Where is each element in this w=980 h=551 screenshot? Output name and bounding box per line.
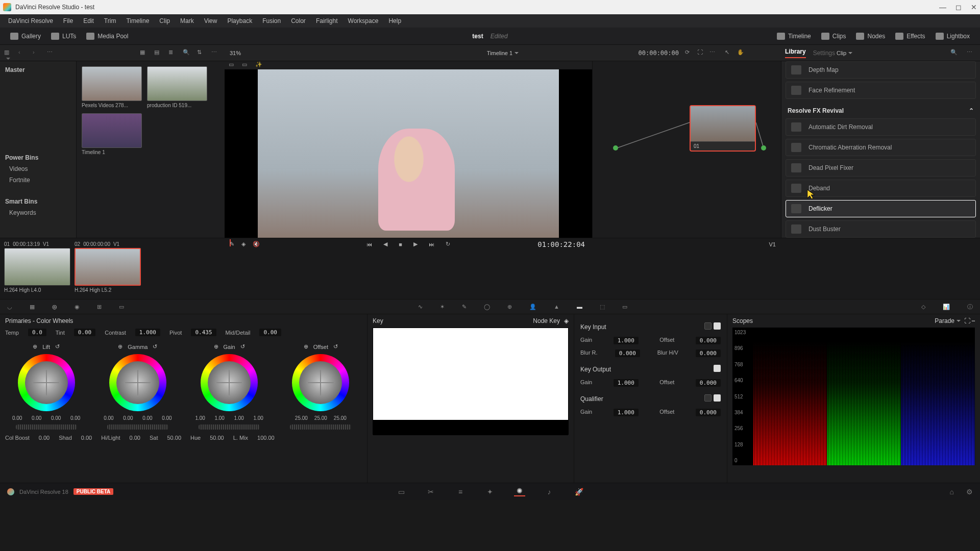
scopes-btn-icon[interactable]: 📊	[943, 304, 950, 310]
search-icon[interactable]: 🔍	[183, 49, 192, 57]
wheel-value[interactable]: 0.00	[119, 415, 137, 421]
window-icon[interactable]: ◯	[484, 304, 490, 310]
pointer-icon[interactable]: ↖	[725, 49, 734, 57]
corrector-node[interactable]: 01	[690, 105, 756, 152]
color-wheel-gain[interactable]	[201, 354, 258, 411]
menu-fairlight[interactable]: Fairlight	[311, 17, 343, 24]
wheel-value[interactable]: 0.00	[9, 415, 26, 421]
wheel-slider[interactable]	[290, 424, 351, 430]
keyin-blurr[interactable]: 0.000	[615, 349, 640, 357]
param-sat[interactable]: 50.00	[167, 435, 181, 441]
home-icon[interactable]: ⌂	[950, 488, 954, 496]
menu-resolve[interactable]: DaVinci Resolve	[3, 17, 58, 24]
menu-view[interactable]: View	[199, 17, 223, 24]
viewer-frame[interactable]	[225, 69, 592, 238]
pen-icon[interactable]: ✎	[230, 241, 234, 247]
zoom-level[interactable]: 31%	[230, 50, 241, 56]
render-cache-icon[interactable]: ⟳	[685, 49, 694, 57]
node-output-dot[interactable]	[761, 145, 766, 151]
loop-icon[interactable]: ↻	[446, 241, 450, 247]
wheel-reset-icon[interactable]: ↺	[153, 343, 157, 350]
sort-icon[interactable]: ⇅	[197, 49, 206, 57]
fx-group-revival[interactable]: Resolve FX Revival⌃	[786, 102, 976, 118]
menu-mark[interactable]: Mark	[175, 17, 199, 24]
menu-playback[interactable]: Playback	[222, 17, 257, 24]
qual-gain[interactable]: 1.000	[614, 409, 639, 416]
mute-icon[interactable]: 🔇	[253, 241, 260, 247]
luts-button[interactable]: LUTs	[46, 31, 81, 42]
fx-dustbuster[interactable]: Dust Buster	[786, 220, 976, 238]
menu-fusion[interactable]: Fusion	[257, 17, 286, 24]
tint-value[interactable]: 0.00	[74, 329, 96, 336]
fx-deflicker[interactable]: Deflicker	[786, 200, 976, 217]
key-preview[interactable]	[373, 328, 569, 435]
stop-icon[interactable]: ■	[399, 241, 402, 247]
more-icon[interactable]: ⋯	[47, 49, 56, 57]
keyframe-nav-icon[interactable]: ◈	[564, 317, 569, 324]
settings-gear-icon[interactable]: ⚙	[966, 488, 973, 496]
page-edit-icon[interactable]: ≡	[455, 487, 466, 496]
nodes-button[interactable]: Nodes	[851, 31, 890, 42]
color-wheel-lift[interactable]	[18, 354, 75, 411]
prev-frame-icon[interactable]: ◀	[383, 241, 387, 247]
settings-tab[interactable]: Settings	[813, 49, 835, 57]
colorwarp-icon[interactable]: ▦	[30, 304, 35, 310]
primaries-icon[interactable]: ◎	[52, 304, 57, 310]
keyin-offset[interactable]: 0.000	[696, 337, 721, 344]
go-end-icon[interactable]: ⏭	[429, 241, 434, 247]
smartbin-keywords[interactable]: Keywords	[0, 207, 76, 218]
qual-toggle1[interactable]	[704, 394, 712, 402]
library-search-icon[interactable]: 🔍	[950, 49, 960, 57]
wheel-picker-icon[interactable]: ⊕	[118, 343, 122, 350]
hdr-icon[interactable]: ◉	[75, 304, 80, 310]
curve-icon[interactable]: ∿	[418, 304, 423, 310]
scopes-mode[interactable]: Parade	[935, 317, 954, 324]
info-icon[interactable]: ⓘ	[967, 303, 973, 311]
wheel-value[interactable]: 1.00	[211, 415, 228, 421]
scopes-view[interactable]: 10238967686405123842561280	[732, 328, 975, 465]
wheel-value[interactable]: 1.00	[230, 415, 248, 421]
timeline-button[interactable]: Timeline	[772, 31, 816, 42]
clip-thumb[interactable]: Pexels Videos 278...	[82, 66, 142, 108]
tl-clip[interactable]: 0200:00:00:00V1 H.264 High L5.2	[75, 241, 141, 293]
nodekey-label[interactable]: Node Key	[533, 317, 560, 324]
page-fusion-icon[interactable]: ✦	[484, 487, 496, 496]
wheel-value[interactable]: 0.00	[158, 415, 176, 421]
scopes-more-icon[interactable]: ⋯	[972, 317, 975, 324]
keyin-gain[interactable]: 1.000	[614, 337, 639, 344]
wheel-value[interactable]: 1.00	[191, 415, 209, 421]
blur-icon[interactable]: ▲	[554, 304, 559, 310]
clip-dropdown[interactable]: Clip	[837, 50, 852, 56]
keyout-offset[interactable]: 0.000	[696, 379, 721, 387]
warp-icon[interactable]: ✶	[440, 304, 445, 310]
view-list-icon[interactable]: ≣	[168, 49, 178, 57]
menu-edit[interactable]: Edit	[78, 17, 99, 24]
viewer-mode1-icon[interactable]: ▭	[229, 61, 238, 69]
fx-deadpixel[interactable]: Dead Pixel Fixer	[786, 159, 976, 177]
page-media-icon[interactable]: ▭	[396, 487, 407, 496]
minimize-icon[interactable]: —	[939, 3, 946, 11]
hand-icon[interactable]: ✋	[737, 49, 746, 57]
play-icon[interactable]: ▶	[413, 241, 418, 247]
magicmask-icon[interactable]: 👤	[529, 304, 536, 310]
master-bin[interactable]: Master	[0, 64, 76, 76]
pivot-value[interactable]: 0.435	[191, 329, 216, 336]
curves-icon[interactable]: ◡	[7, 304, 12, 310]
close-icon[interactable]: ✕	[971, 3, 977, 11]
wheel-value[interactable]: 25.00	[292, 415, 310, 421]
timeline-name-dropdown[interactable]: Timeline 1	[487, 50, 519, 56]
keyinput-toggle2[interactable]	[714, 322, 721, 330]
param-hilight[interactable]: 0.00	[130, 435, 140, 441]
page-color-icon[interactable]: ✺	[514, 487, 525, 496]
qual-toggle2[interactable]	[714, 394, 721, 402]
library-tab[interactable]: Library	[785, 48, 806, 58]
maximize-icon[interactable]: ◻	[955, 3, 962, 11]
powerbin-videos[interactable]: Videos	[0, 163, 76, 174]
more2-icon[interactable]: ⋯	[211, 49, 220, 57]
param-shad[interactable]: 0.00	[81, 435, 92, 441]
effects-button[interactable]: Effects	[890, 31, 930, 42]
wheel-value[interactable]: 0.00	[28, 415, 45, 421]
rgbmixer-icon[interactable]: ⊞	[97, 304, 102, 310]
scopes-expand-icon[interactable]: ⛶	[964, 317, 970, 324]
fx-deband[interactable]: Deband	[786, 180, 976, 197]
